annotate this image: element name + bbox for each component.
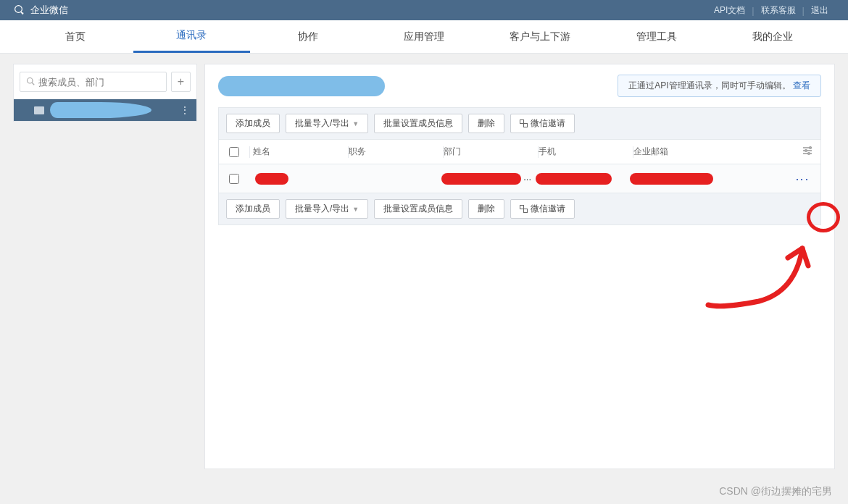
svg-point-2 bbox=[28, 77, 33, 83]
table-row[interactable] bbox=[218, 164, 821, 193]
svg-point-3 bbox=[810, 147, 812, 149]
dept-more-icon[interactable]: ⋮ bbox=[180, 104, 189, 116]
select-all-checkbox[interactable] bbox=[229, 147, 239, 157]
batch-set-button-2[interactable]: 批量设置成员信息 bbox=[374, 199, 462, 219]
col-job: 职务 bbox=[349, 146, 443, 158]
toolbar-bottom: 添加成员 批量导入/导出▼ 批量设置成员信息 删除 微信邀请 bbox=[218, 193, 821, 225]
nav-home[interactable]: 首页 bbox=[17, 20, 133, 53]
redaction-name bbox=[255, 173, 288, 185]
row-more-icon[interactable] bbox=[794, 173, 810, 184]
qrcode-icon bbox=[520, 205, 528, 213]
row-checkbox[interactable] bbox=[229, 174, 239, 184]
qrcode-icon bbox=[520, 119, 528, 127]
dept-sidebar: + ⋮ bbox=[13, 64, 197, 122]
wecom-logo-icon bbox=[13, 4, 26, 17]
nav-mycompany[interactable]: 我的企业 bbox=[715, 20, 831, 53]
folder-icon bbox=[34, 106, 44, 114]
api-notice: 正通过API管理通讯录，同时可手动编辑。 查看 bbox=[618, 75, 821, 97]
search-box[interactable] bbox=[20, 72, 167, 92]
col-email: 企业邮箱 bbox=[633, 146, 794, 158]
delete-button-2[interactable]: 删除 bbox=[468, 199, 504, 219]
notice-link[interactable]: 查看 bbox=[793, 80, 810, 91]
svg-point-1 bbox=[22, 13, 23, 14]
nav-tools[interactable]: 管理工具 bbox=[598, 20, 714, 53]
top-link-logout[interactable]: 退出 bbox=[805, 4, 835, 17]
batch-set-button[interactable]: 批量设置成员信息 bbox=[374, 114, 462, 133]
annotation-arrow bbox=[701, 232, 817, 312]
batch-import-button[interactable]: 批量导入/导出▼ bbox=[286, 114, 368, 133]
nav-collab[interactable]: 协作 bbox=[250, 20, 366, 53]
redaction-email bbox=[630, 173, 713, 185]
search-input[interactable] bbox=[38, 77, 160, 88]
app-logo: 企业微信 bbox=[13, 4, 68, 17]
top-link-api[interactable]: API文档 bbox=[707, 4, 752, 17]
add-member-button[interactable]: 添加成员 bbox=[226, 114, 280, 133]
nav-contacts[interactable]: 通讯录 bbox=[133, 20, 249, 53]
add-dept-button[interactable]: + bbox=[171, 72, 191, 92]
redaction-phone bbox=[536, 173, 612, 185]
col-phone: 手机 bbox=[539, 146, 633, 158]
add-member-button-2[interactable]: 添加成员 bbox=[226, 199, 280, 219]
caret-down-icon: ▼ bbox=[352, 120, 359, 127]
nav-customers[interactable]: 客户与上下游 bbox=[482, 20, 598, 53]
top-bar: 企业微信 API文档 | 联系客服 | 退出 bbox=[0, 0, 848, 20]
svg-point-4 bbox=[805, 150, 807, 152]
main-nav: 首页 通讯录 协作 应用管理 客户与上下游 管理工具 我的企业 bbox=[0, 20, 848, 54]
delete-button[interactable]: 删除 bbox=[468, 114, 504, 133]
table-header: 姓名 职务 部门 手机 企业邮箱 bbox=[218, 140, 821, 164]
nav-apps[interactable]: 应用管理 bbox=[366, 20, 482, 53]
search-icon bbox=[26, 77, 35, 88]
app-title: 企业微信 bbox=[30, 4, 68, 17]
column-settings-icon[interactable] bbox=[794, 146, 820, 157]
notice-text: 正通过API管理通讯录，同时可手动编辑。 bbox=[628, 80, 790, 91]
redaction-dept-name bbox=[50, 102, 151, 118]
wechat-invite-button-2[interactable]: 微信邀请 bbox=[510, 199, 575, 219]
redaction-dept bbox=[441, 173, 521, 185]
caret-down-icon: ▼ bbox=[352, 206, 359, 213]
col-name: 姓名 bbox=[250, 146, 348, 158]
batch-import-button-2[interactable]: 批量导入/导出▼ bbox=[286, 199, 368, 219]
content-panel: 正通过API管理通讯录，同时可手动编辑。 查看 添加成员 批量导入/导出▼ 批量… bbox=[204, 64, 835, 469]
redaction-dept-title bbox=[218, 76, 385, 96]
dept-tree-item[interactable]: ⋮ bbox=[14, 99, 196, 121]
toolbar-top: 添加成员 批量导入/导出▼ 批量设置成员信息 删除 微信邀请 bbox=[218, 107, 821, 140]
svg-point-5 bbox=[808, 153, 810, 155]
col-dept: 部门 bbox=[444, 146, 538, 158]
wechat-invite-button[interactable]: 微信邀请 bbox=[510, 114, 575, 133]
top-link-support[interactable]: 联系客服 bbox=[755, 4, 802, 17]
